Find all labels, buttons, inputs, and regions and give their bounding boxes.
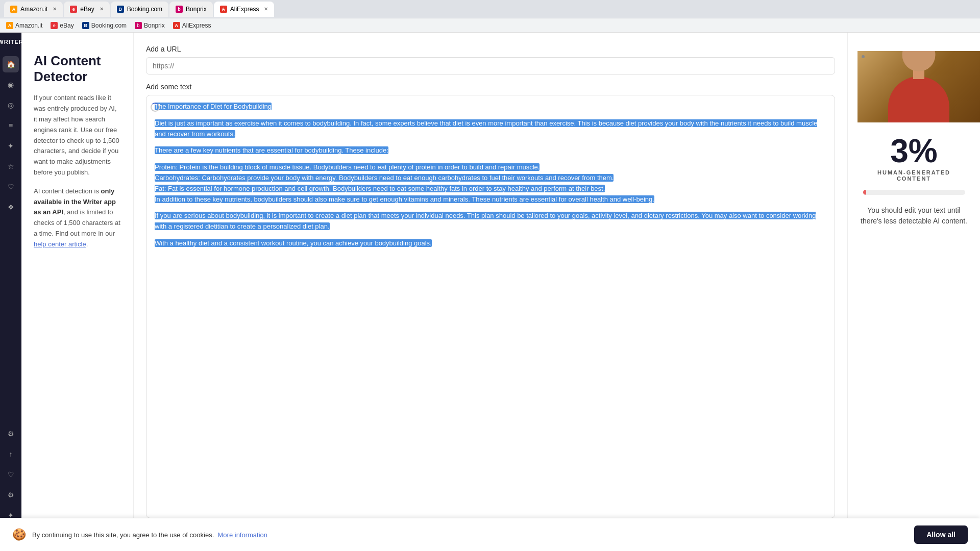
percentage-number: 3% xyxy=(860,135,968,167)
bookmark-ebay[interactable]: e eBay xyxy=(51,22,74,29)
sidebar-icon-star[interactable]: ✦ xyxy=(3,138,19,154)
tab-label: Bonprix xyxy=(186,6,207,13)
progress-bar-bg xyxy=(863,190,965,195)
highlighted-p2: There are a few key nutrients that are e… xyxy=(155,146,388,154)
text-block-3: Protein: Protein is the building block o… xyxy=(155,162,826,205)
app-layout: WRITER 🏠 ◉ ◎ ≡ ✦ ☆ ♡ ❖ ⚙ ↑ ♡ ⚙ ✦ ··· AI … xyxy=(0,33,980,551)
progress-bar-fill xyxy=(863,190,866,195)
sidebar-icon-menu[interactable]: ≡ xyxy=(3,117,19,134)
bookmark-label: Booking.com xyxy=(91,22,127,29)
text-editor-wrapper: The Importance of Diet for Bodybuilding … xyxy=(146,95,835,518)
video-thumbnail xyxy=(857,51,980,122)
close-icon[interactable]: ✕ xyxy=(100,6,104,12)
panel-description-2: AI content detection is only available i… xyxy=(34,186,121,250)
loading-spinner xyxy=(151,103,160,112)
bookmark-label: Amazon.it xyxy=(15,22,42,29)
content-label: HUMAN-GENERATED CONTENT xyxy=(860,169,968,182)
bookmarks-bar: A Amazon.it e eBay B Booking.com b Bonpr… xyxy=(0,18,980,33)
highlighted-p5: Fat: Fat is essential for hormone produc… xyxy=(155,185,605,192)
tab-label: AliExpress xyxy=(230,6,259,13)
help-center-link[interactable]: help center article xyxy=(34,240,86,248)
more-info-link[interactable]: More information xyxy=(218,531,268,539)
sidebar: WRITER 🏠 ◉ ◎ ≡ ✦ ☆ ♡ ❖ ⚙ ↑ ♡ ⚙ ✦ ··· xyxy=(0,33,21,551)
url-section: Add a URL xyxy=(146,45,835,74)
url-label: Add a URL xyxy=(146,45,835,53)
camera-dot xyxy=(862,55,865,58)
sidebar-icon-heart[interactable]: ♡ xyxy=(3,179,19,195)
sidebar-icon-gear[interactable]: ⚙ xyxy=(3,425,19,442)
tab-ebay[interactable]: e eBay ✕ xyxy=(64,2,109,17)
sidebar-icon-heart2[interactable]: ♡ xyxy=(3,466,19,483)
bookmark-booking[interactable]: B Booking.com xyxy=(82,22,127,29)
text-section: Add some text The Importance of Diet for… xyxy=(146,83,835,518)
tab-booking[interactable]: B Booking.com xyxy=(111,2,168,17)
url-input[interactable] xyxy=(146,57,835,74)
bookmark-aliexpress[interactable]: A AliExpress xyxy=(173,22,211,29)
panel-description-1: If your content reads like it was entire… xyxy=(34,93,121,178)
result-message: You should edit your text until there's … xyxy=(860,205,968,227)
allow-all-button[interactable]: Allow all xyxy=(914,525,968,544)
highlighted-p8: With a healthy diet and a consistent wor… xyxy=(155,239,432,247)
sidebar-icon-upload[interactable]: ↑ xyxy=(3,446,19,462)
page-title: AI Content Detector xyxy=(34,53,121,85)
browser-tabs: A Amazon.it ✕ e eBay ✕ B Booking.com b B… xyxy=(4,2,274,17)
highlighted-p1: Diet is just as important as exercise wh… xyxy=(155,119,817,138)
video-person xyxy=(857,51,980,122)
text-editor[interactable]: The Importance of Diet for Bodybuilding … xyxy=(146,95,835,518)
browser-chrome: A Amazon.it ✕ e eBay ✕ B Booking.com b B… xyxy=(0,0,980,18)
text-label: Add some text xyxy=(146,83,835,91)
progress-bar xyxy=(863,190,965,195)
close-icon[interactable]: ✕ xyxy=(53,6,57,12)
cookie-banner: 🍪 By continuing to use this site, you ag… xyxy=(0,518,980,551)
tab-label: Amazon.it xyxy=(20,6,47,13)
sidebar-icon-home[interactable]: 🏠 xyxy=(3,56,19,72)
right-panel: 3% HUMAN-GENERATED CONTENT You should ed… xyxy=(847,33,980,551)
bookmark-amazon[interactable]: A Amazon.it xyxy=(6,22,42,29)
tab-label: eBay xyxy=(80,6,94,13)
left-panel: AI Content Detector If your content read… xyxy=(21,33,134,551)
bookmark-label: eBay xyxy=(60,22,74,29)
text-block-title: The Importance of Diet for Bodybuilding xyxy=(155,102,826,112)
text-block-5: With a healthy diet and a consistent wor… xyxy=(155,238,826,249)
bookmark-label: AliExpress xyxy=(182,22,211,29)
cookie-icon: 🍪 xyxy=(12,528,26,541)
sidebar-icon-diamond[interactable]: ❖ xyxy=(3,199,19,215)
api-notice-text: AI content detection is xyxy=(34,187,101,195)
tab-bonprix[interactable]: b Bonprix xyxy=(169,2,213,17)
sidebar-icon-face[interactable]: ☆ xyxy=(3,158,19,174)
highlighted-p3: Protein: Protein is the building block o… xyxy=(155,163,540,171)
text-block-4: If you are serious about bodybuilding, i… xyxy=(155,211,826,232)
app-logo: WRITER xyxy=(0,39,23,45)
highlighted-p7: If you are serious about bodybuilding, i… xyxy=(155,212,816,230)
tab-label: Booking.com xyxy=(127,6,162,13)
tab-aliexpress[interactable]: A AliExpress ✕ xyxy=(214,2,275,17)
highlighted-p6: In addition to these key nutrients, body… xyxy=(155,195,654,203)
text-block-2: There are a few key nutrients that are e… xyxy=(155,145,826,156)
text-block-1: Diet is just as important as exercise wh… xyxy=(155,118,826,140)
sidebar-icon-ring[interactable]: ◎ xyxy=(3,97,19,113)
bookmark-label: Bonprix xyxy=(144,22,165,29)
center-panel: Add a URL Add some text The Importance o… xyxy=(134,33,847,551)
sidebar-icon-settings[interactable]: ⚙ xyxy=(3,487,19,503)
sidebar-icon-circle[interactable]: ◉ xyxy=(3,77,19,93)
highlighted-title: The Importance of Diet for Bodybuilding xyxy=(155,103,272,110)
highlighted-p4: Carbohydrates: Carbohydrates provide you… xyxy=(155,174,614,182)
bookmark-bonprix[interactable]: b Bonprix xyxy=(135,22,165,29)
cookie-text: By continuing to use this site, you agre… xyxy=(32,531,908,539)
percentage-display: 3% HUMAN-GENERATED CONTENT xyxy=(860,135,968,182)
tab-amazon[interactable]: A Amazon.it ✕ xyxy=(4,2,63,17)
main-content: AI Content Detector If your content read… xyxy=(21,33,980,551)
close-icon[interactable]: ✕ xyxy=(264,6,268,12)
